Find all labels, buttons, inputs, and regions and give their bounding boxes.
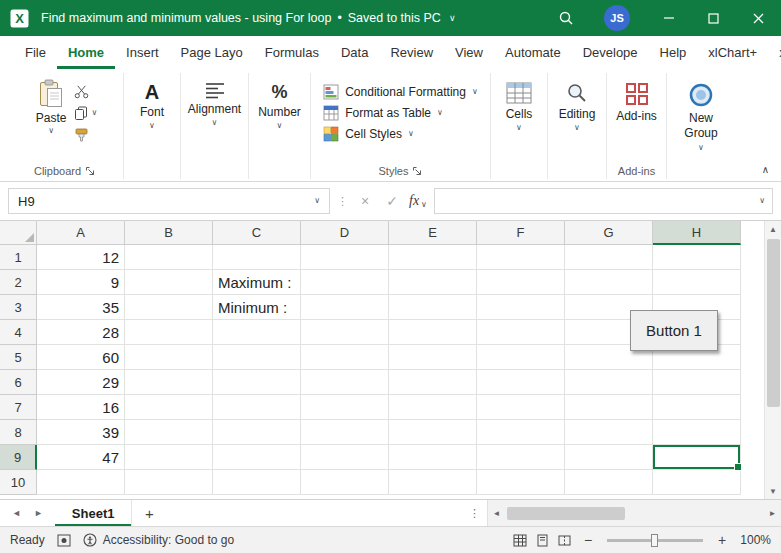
row-header-8[interactable]: 8	[0, 420, 37, 445]
cell-B2[interactable]	[125, 270, 213, 295]
cell-C2[interactable]: Maximum :	[213, 270, 301, 295]
scroll-up-icon[interactable]: ▲	[765, 221, 781, 237]
row-header-2[interactable]: 2	[0, 270, 37, 295]
cell-A7[interactable]: 16	[37, 395, 125, 420]
row-header-1[interactable]: 1	[0, 245, 37, 270]
row-header-4[interactable]: 4	[0, 320, 37, 345]
cell-F7[interactable]	[477, 395, 565, 420]
cell-G9[interactable]	[565, 445, 653, 470]
cell-C10[interactable]	[213, 470, 301, 495]
scroll-down-icon[interactable]: ▼	[765, 483, 781, 499]
cell-B3[interactable]	[125, 295, 213, 320]
formula-input[interactable]: ∨	[434, 188, 773, 214]
cell-E2[interactable]	[389, 270, 477, 295]
row-header-3[interactable]: 3	[0, 295, 37, 320]
sheet-tab-sheet1[interactable]: Sheet1	[55, 500, 133, 526]
cell-H9[interactable]	[653, 445, 741, 470]
cell-H6[interactable]	[653, 370, 741, 395]
cell-E10[interactable]	[389, 470, 477, 495]
normal-view-icon[interactable]	[513, 534, 527, 547]
vertical-scrollbar-thumb[interactable]	[767, 239, 780, 407]
cell-F4[interactable]	[477, 320, 565, 345]
cell-B7[interactable]	[125, 395, 213, 420]
cell-E3[interactable]	[389, 295, 477, 320]
tab-help[interactable]: Help	[649, 36, 698, 69]
cancel-icon[interactable]: ×	[355, 193, 375, 209]
clipboard-dialog-launcher-icon[interactable]	[85, 166, 95, 176]
cell-F9[interactable]	[477, 445, 565, 470]
cell-D4[interactable]	[301, 320, 389, 345]
formula-expand-icon[interactable]: ∨	[759, 197, 765, 205]
page-break-view-icon[interactable]	[558, 534, 571, 547]
cell-F5[interactable]	[477, 345, 565, 370]
cell-E6[interactable]	[389, 370, 477, 395]
cell-E7[interactable]	[389, 395, 477, 420]
saved-status[interactable]: Saved to this PC	[348, 11, 441, 25]
cell-D8[interactable]	[301, 420, 389, 445]
row-header-10[interactable]: 10	[0, 470, 37, 495]
cell-A10[interactable]	[37, 470, 125, 495]
horizontal-scrollbar[interactable]: ◄ ►	[487, 500, 781, 526]
cell-H2[interactable]	[653, 270, 741, 295]
cell-C7[interactable]	[213, 395, 301, 420]
cell-A1[interactable]: 12	[37, 245, 125, 270]
cell-D6[interactable]	[301, 370, 389, 395]
macro-record-icon[interactable]	[57, 534, 71, 547]
form-control-button[interactable]: Button 1	[630, 310, 718, 351]
sheet-nav-left-icon[interactable]: ◄	[12, 508, 21, 518]
cell-C3[interactable]: Minimum :	[213, 295, 301, 320]
row-header-7[interactable]: 7	[0, 395, 37, 420]
avatar[interactable]: JS	[604, 5, 630, 31]
cell-H10[interactable]	[653, 470, 741, 495]
cell-D1[interactable]	[301, 245, 389, 270]
cell-B8[interactable]	[125, 420, 213, 445]
tab-develope[interactable]: Develope	[572, 36, 649, 69]
cell-C1[interactable]	[213, 245, 301, 270]
cell-C6[interactable]	[213, 370, 301, 395]
tab-insert[interactable]: Insert	[115, 36, 170, 69]
copy-button[interactable]: ∨	[74, 105, 97, 121]
cell-B4[interactable]	[125, 320, 213, 345]
cell-A2[interactable]: 9	[37, 270, 125, 295]
tab-file[interactable]: File	[14, 36, 57, 69]
alignment-button[interactable]: Alignment ∨	[188, 75, 241, 127]
format-as-table-button[interactable]: Format as Table ∨	[323, 105, 443, 121]
cell-F6[interactable]	[477, 370, 565, 395]
scroll-right-icon[interactable]: ►	[764, 509, 781, 518]
zoom-slider-thumb[interactable]	[651, 534, 658, 547]
zoom-slider[interactable]	[607, 539, 703, 542]
cell-H7[interactable]	[653, 395, 741, 420]
cell-G8[interactable]	[565, 420, 653, 445]
cell-F2[interactable]	[477, 270, 565, 295]
cell-G2[interactable]	[565, 270, 653, 295]
horizontal-scrollbar-track[interactable]	[505, 500, 764, 526]
cell-B1[interactable]	[125, 245, 213, 270]
minimize-button[interactable]	[646, 0, 691, 36]
column-header-D[interactable]: D	[301, 221, 389, 245]
cell-E8[interactable]	[389, 420, 477, 445]
cell-G10[interactable]	[565, 470, 653, 495]
cell-B5[interactable]	[125, 345, 213, 370]
number-button[interactable]: % Number ∨	[258, 75, 301, 130]
cell-F8[interactable]	[477, 420, 565, 445]
cells-button[interactable]: Cells ∨	[506, 75, 533, 132]
styles-dialog-launcher-icon[interactable]	[412, 166, 422, 176]
chevron-down-icon[interactable]: ∨	[314, 197, 320, 205]
column-header-E[interactable]: E	[389, 221, 477, 245]
cell-E1[interactable]	[389, 245, 477, 270]
cell-F3[interactable]	[477, 295, 565, 320]
cell-C8[interactable]	[213, 420, 301, 445]
row-header-6[interactable]: 6	[0, 370, 37, 395]
new-group-button[interactable]: New Group ∨	[677, 75, 725, 152]
tab-xlwings[interactable]: xlwings	[768, 36, 781, 69]
row-header-9[interactable]: 9	[0, 445, 37, 470]
tab-automate[interactable]: Automate	[494, 36, 572, 69]
conditional-formatting-button[interactable]: Conditional Formatting ∨	[323, 84, 478, 100]
cell-H8[interactable]	[653, 420, 741, 445]
format-painter-button[interactable]	[74, 127, 97, 143]
insert-function-button[interactable]: fx ∨	[409, 193, 427, 209]
tab-xlchart-[interactable]: xlChart+	[697, 36, 768, 69]
cell-C4[interactable]	[213, 320, 301, 345]
cell-C9[interactable]	[213, 445, 301, 470]
cell-C5[interactable]	[213, 345, 301, 370]
